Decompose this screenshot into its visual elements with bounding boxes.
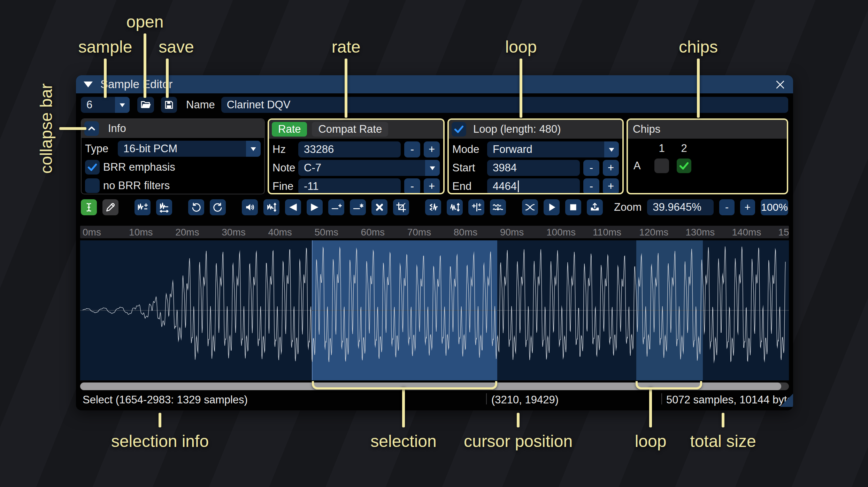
annotation-loop-top: loop [505, 37, 537, 56]
preview-button[interactable] [544, 199, 560, 215]
invert-button[interactable] [447, 199, 463, 215]
redo-icon [212, 202, 223, 213]
loop-start-input[interactable]: 3984 [487, 160, 580, 176]
hz-increase-button[interactable]: + [424, 141, 440, 157]
note-select[interactable]: C-7 [298, 160, 440, 176]
stop-preview-button[interactable] [565, 199, 581, 215]
sample-select[interactable]: 6 [81, 97, 130, 113]
delete-button[interactable] [371, 199, 387, 215]
fade-in-button[interactable] [285, 199, 301, 215]
folder-open-icon [140, 99, 151, 110]
loop-end-value: 4464 [493, 180, 517, 193]
fade-out-button[interactable] [307, 199, 323, 215]
resize-button[interactable] [135, 199, 151, 215]
edit-mode-draw-button[interactable] [102, 199, 118, 215]
rate-panel: Rate Compat Rate Hz 33286 - + Note C-7 [268, 118, 445, 194]
trim-button[interactable] [393, 199, 409, 215]
type-label: Type [85, 142, 114, 155]
tab-compat-rate[interactable]: Compat Rate [312, 122, 388, 137]
resample-button[interactable] [156, 199, 172, 215]
annotation-cursor-position: cursor position [464, 432, 573, 451]
annotation-bracket-selection [312, 381, 497, 389]
note-label: Note [272, 162, 295, 174]
annotation-line-open [144, 33, 146, 98]
zoom-out-button[interactable]: - [719, 199, 734, 215]
annotation-selection: selection [370, 432, 436, 451]
undo-button[interactable] [188, 199, 204, 215]
timeline-label: 70ms [407, 227, 431, 238]
status-separator [486, 393, 487, 404]
redo-button[interactable] [210, 199, 226, 215]
resize-grip[interactable] [780, 394, 793, 407]
window-collapse-icon[interactable] [84, 82, 93, 87]
chip-1-checkbox[interactable] [654, 159, 669, 173]
timeline-label: 30ms [222, 227, 245, 238]
timeline-ruler[interactable]: 0ms10ms20ms30ms40ms50ms60ms70ms80ms90ms1… [80, 226, 789, 238]
zoom-input[interactable]: 39.9645% [647, 199, 714, 215]
annotation-line-cursor-position [517, 413, 520, 427]
loop-end-input[interactable]: 4464 [487, 178, 580, 194]
save-button[interactable] [161, 97, 177, 113]
signed-unsigned-button[interactable] [468, 199, 484, 215]
text-caret [518, 180, 519, 192]
normalize-button[interactable] [263, 199, 279, 215]
hz-input[interactable]: 33286 [298, 141, 401, 157]
tab-rate[interactable]: Rate [272, 122, 307, 137]
brr-emphasis-label: BRR emphasis [103, 161, 175, 173]
type-select[interactable]: 16-bit PCM [118, 141, 261, 157]
reverse-button[interactable] [425, 199, 441, 215]
open-button[interactable] [137, 97, 154, 113]
no-brr-filters-checkbox[interactable] [85, 178, 100, 193]
line-star-icon [352, 202, 363, 213]
chevron-down-icon[interactable] [425, 160, 440, 176]
import-button[interactable] [587, 199, 603, 215]
hz-decrease-button[interactable]: - [404, 141, 420, 157]
close-button[interactable] [774, 78, 787, 91]
edit-mode-select-button[interactable] [81, 199, 97, 215]
status-bar: Select (1654-2983: 1329 samples) (3210, … [76, 390, 793, 407]
zoom-reset-button[interactable]: 100% [761, 199, 788, 215]
titlebar[interactable]: Sample Editor [76, 75, 793, 93]
apply-silence-button[interactable] [350, 199, 366, 215]
chevron-down-icon[interactable] [604, 141, 619, 157]
total-size-text: 5072 samples, 10144 bytes [666, 394, 793, 406]
crop-icon [395, 202, 407, 213]
timeline-label: 10ms [129, 227, 153, 238]
x-bold-icon [374, 202, 385, 213]
chip-col-2: 2 [677, 142, 691, 155]
annotation-line-sample [104, 59, 107, 98]
fine-label: Fine [272, 180, 295, 193]
annotation-loop-bottom: loop [635, 432, 667, 451]
fine-decrease-button[interactable]: - [404, 178, 420, 194]
loop-start-increase-button[interactable]: + [603, 160, 619, 176]
annotation-total-size: total size [690, 432, 756, 451]
timeline-label: 140ms [732, 227, 761, 238]
plus-minus-icon [471, 202, 482, 213]
insert-silence-button[interactable] [328, 199, 344, 215]
toolbar: Zoom 39.9645% - + 100% [81, 199, 788, 215]
annotation-line-rate [345, 59, 347, 118]
chevron-down-icon[interactable] [246, 141, 261, 157]
loop-end-increase-button[interactable]: + [603, 178, 619, 194]
timeline-label: 120ms [639, 227, 668, 238]
loop-mode-select[interactable]: Forward [487, 141, 619, 157]
chevron-down-icon[interactable] [115, 97, 130, 113]
waveform-area[interactable] [80, 240, 789, 380]
fine-increase-button[interactable]: + [424, 178, 440, 194]
waveform-canvas[interactable] [80, 240, 789, 380]
wave-vertical-icon [266, 202, 277, 213]
chip-row-label: A [633, 160, 647, 172]
brr-emphasis-checkbox[interactable] [85, 160, 100, 175]
loop-enable-checkbox[interactable] [452, 122, 466, 137]
crossfade-button[interactable] [522, 199, 538, 215]
loop-start-label: Start [452, 162, 484, 174]
chip-2-checkbox[interactable] [677, 159, 691, 173]
zoom-in-button[interactable]: + [740, 199, 755, 215]
loop-start-decrease-button[interactable]: - [583, 160, 599, 176]
apply-filter-button[interactable] [490, 199, 506, 215]
name-input[interactable]: Clarinet DQV [221, 97, 788, 113]
collapse-bar-button[interactable] [84, 121, 99, 136]
loop-end-decrease-button[interactable]: - [583, 178, 599, 194]
fine-input[interactable]: -11 [298, 178, 401, 194]
amplify-button[interactable] [242, 199, 258, 215]
